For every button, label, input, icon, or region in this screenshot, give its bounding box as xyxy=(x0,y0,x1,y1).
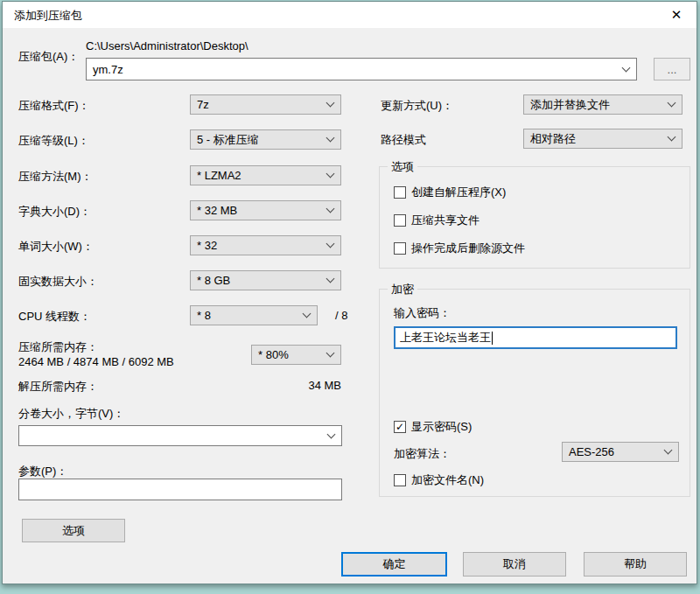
cpu-threads-combobox[interactable]: * 8 xyxy=(190,305,318,325)
show-password-label: 显示密码(S) xyxy=(411,419,472,435)
checkbox-checked-icon: ✓ xyxy=(394,421,406,433)
chevron-down-icon xyxy=(622,63,631,72)
checkbox-icon xyxy=(394,186,406,199)
compress-shared-checkbox[interactable]: 压缩共享文件 xyxy=(394,213,480,228)
checkbox-icon xyxy=(394,214,406,227)
archive-label: 压缩包(A)： xyxy=(18,49,79,65)
create-sfx-checkbox[interactable]: 创建自解压程序(X) xyxy=(394,185,506,200)
volume-size-combobox[interactable] xyxy=(18,425,342,446)
chevron-down-icon xyxy=(668,99,676,108)
archive-name-combobox[interactable]: ym.7z xyxy=(86,58,637,80)
encrypt-filenames-label: 加密文件名(N) xyxy=(411,472,484,488)
algorithm-label: 加密算法： xyxy=(394,446,451,462)
compress-memory-label: 压缩所需内存： xyxy=(18,339,98,355)
method-value: * LZMA2 xyxy=(197,169,242,182)
password-label: 输入密码： xyxy=(394,305,451,321)
solid-block-value: * 8 GB xyxy=(197,274,230,287)
dictionary-value: * 32 MB xyxy=(197,204,237,217)
password-input[interactable]: 上老王论坛当老王 xyxy=(394,326,677,349)
compress-memory-value: 2464 MB / 4874 MB / 6092 MB xyxy=(18,355,174,368)
chevron-down-icon xyxy=(664,446,673,455)
algorithm-combobox[interactable]: AES-256 xyxy=(562,442,679,462)
cpu-threads-max: / 8 xyxy=(335,309,347,322)
chevron-down-icon xyxy=(326,134,335,143)
chevron-down-icon xyxy=(326,99,335,108)
desktop: { "window": { "title": "添加到压缩包", "close_… xyxy=(0,0,700,594)
word-size-label: 单词大小(W)： xyxy=(18,239,94,255)
update-mode-label: 更新方式(U)： xyxy=(381,98,453,114)
level-combobox[interactable]: 5 - 标准压缩 xyxy=(190,129,341,150)
level-value: 5 - 标准压缩 xyxy=(197,132,259,148)
close-icon[interactable]: ✕ xyxy=(665,4,688,25)
options-button[interactable]: 选项 xyxy=(22,519,125,542)
encryption-group: 加密 输入密码： 上老王论坛当老王 ✓ 显示密码(S) 加密算法： AES-25… xyxy=(379,289,690,497)
help-button[interactable]: 帮助 xyxy=(584,552,687,577)
encrypt-filenames-checkbox[interactable]: 加密文件名(N) xyxy=(394,472,484,488)
delete-after-checkbox[interactable]: 操作完成后删除源文件 xyxy=(394,241,525,256)
add-to-archive-dialog: 添加到压缩包 ✕ 压缩包(A)： C:\Users\Administrator\… xyxy=(2,1,697,584)
memory-percent-combobox[interactable]: * 80% xyxy=(251,345,341,365)
compress-shared-label: 压缩共享文件 xyxy=(411,213,480,228)
format-combobox[interactable]: 7z xyxy=(190,94,341,115)
dictionary-combobox[interactable]: * 32 MB xyxy=(190,200,341,220)
chevron-down-icon xyxy=(303,310,312,318)
chevron-down-icon xyxy=(326,240,335,248)
path-mode-combobox[interactable]: 相对路径 xyxy=(523,129,682,149)
dialog-title: 添加到压缩包 xyxy=(14,8,82,24)
parameters-label: 参数(P)： xyxy=(18,464,67,479)
parameters-input[interactable] xyxy=(18,479,342,500)
decompress-memory-value: 34 MB xyxy=(300,379,341,392)
solid-block-label: 固实数据大小： xyxy=(18,274,98,290)
titlebar[interactable]: 添加到压缩包 ✕ xyxy=(3,2,696,28)
cpu-threads-value: * 8 xyxy=(197,309,211,322)
show-password-checkbox[interactable]: ✓ 显示密码(S) xyxy=(394,419,472,435)
options-group-title: 选项 xyxy=(388,159,417,175)
delete-after-label: 操作完成后删除源文件 xyxy=(411,241,525,256)
volume-size-label: 分卷大小，字节(V)： xyxy=(18,406,124,422)
path-mode-value: 相对路径 xyxy=(530,131,576,147)
checkbox-icon xyxy=(394,474,406,486)
format-label: 压缩格式(F)： xyxy=(18,98,90,114)
update-mode-combobox[interactable]: 添加并替换文件 xyxy=(523,94,682,115)
options-group: 选项 创建自解压程序(X) 压缩共享文件 操作完成后删除源文件 xyxy=(379,166,690,269)
ok-button[interactable]: 确定 xyxy=(341,552,447,577)
text-caret xyxy=(492,332,493,345)
word-size-value: * 32 xyxy=(197,239,217,252)
checkbox-icon xyxy=(394,242,406,255)
chevron-down-icon xyxy=(326,170,335,178)
level-label: 压缩等级(L)： xyxy=(18,133,89,149)
solid-block-combobox[interactable]: * 8 GB xyxy=(190,270,341,290)
memory-percent-value: * 80% xyxy=(258,348,289,361)
chevron-down-icon xyxy=(327,430,336,438)
update-mode-value: 添加并替换文件 xyxy=(530,97,610,113)
browse-button[interactable]: ... xyxy=(654,58,690,80)
chevron-down-icon xyxy=(668,133,676,142)
decompress-memory-label: 解压所需内存： xyxy=(18,379,98,395)
create-sfx-label: 创建自解压程序(X) xyxy=(411,185,506,200)
password-value: 上老王论坛当老王 xyxy=(400,330,491,346)
chevron-down-icon xyxy=(326,349,335,358)
algorithm-value: AES-256 xyxy=(569,445,614,458)
chevron-down-icon xyxy=(326,275,335,283)
chevron-down-icon xyxy=(326,205,335,213)
method-combobox[interactable]: * LZMA2 xyxy=(190,165,341,185)
path-mode-label: 路径模式 xyxy=(381,132,426,148)
encryption-group-title: 加密 xyxy=(388,282,417,297)
word-size-combobox[interactable]: * 32 xyxy=(190,235,341,255)
method-label: 压缩方法(M)： xyxy=(18,169,93,185)
archive-path: C:\Users\Administrator\Desktop\ xyxy=(86,39,248,52)
cancel-button[interactable]: 取消 xyxy=(463,552,566,577)
dictionary-label: 字典大小(D)： xyxy=(18,204,91,220)
format-value: 7z xyxy=(197,98,209,111)
cpu-threads-label: CPU 线程数： xyxy=(18,309,91,325)
archive-name-value: ym.7z xyxy=(93,63,123,76)
